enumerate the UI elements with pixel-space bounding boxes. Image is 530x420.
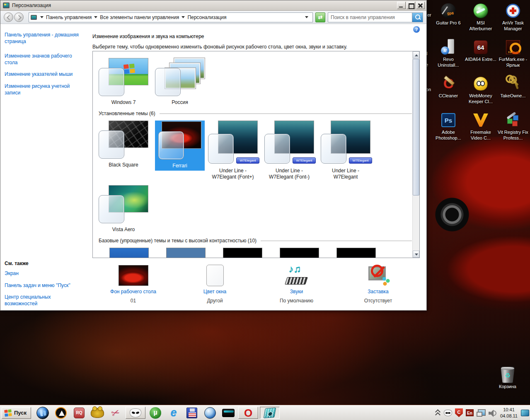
quicklaunch-aimp[interactable] bbox=[53, 407, 69, 419]
desktop-icon-photoshop[interactable]: Ps Adobe Photoshop... bbox=[432, 110, 465, 147]
scroll-up-icon[interactable] bbox=[413, 51, 419, 58]
sidebar-link-ease-of-access[interactable]: Центр специальных возможностей bbox=[5, 294, 81, 307]
volume-tray-icon[interactable] bbox=[489, 409, 497, 417]
theme-black-square[interactable]: Black Square bbox=[99, 121, 148, 168]
theme-high-contrast[interactable] bbox=[280, 248, 319, 258]
screensaver-setting[interactable]: Заставка Отсутствует bbox=[337, 264, 419, 304]
minimize-button[interactable] bbox=[397, 2, 406, 9]
setting-label[interactable]: Звуки bbox=[256, 289, 337, 294]
setting-value: По умолчанию bbox=[256, 298, 337, 304]
quicklaunch-iron-browser[interactable] bbox=[202, 407, 218, 419]
theme-underline-font-minus[interactable]: W7Elegant Under Line - W7Elegant (Font-) bbox=[264, 121, 314, 180]
start-button[interactable]: Пуск bbox=[2, 407, 31, 419]
desktop-icon-takeownership[interactable]: TakeOwne... bbox=[497, 74, 529, 110]
quicklaunch-scissors[interactable]: ✂ bbox=[108, 407, 123, 419]
setting-value: Другой bbox=[174, 298, 256, 304]
sounds-setting[interactable]: ♪♫ Звуки По умолчанию bbox=[256, 264, 337, 304]
theme-underline[interactable]: W7Elegant Under Line - W7Elegant bbox=[321, 121, 370, 180]
sidebar-link-account-picture[interactable]: Изменение рисунка учетной записи bbox=[5, 83, 81, 96]
clock-time: 10:41 bbox=[500, 407, 518, 413]
aero-glass-overlay bbox=[158, 131, 184, 159]
breadcrumb-segment[interactable]: Панель управления bbox=[46, 14, 92, 20]
forward-button[interactable] bbox=[14, 12, 24, 22]
sidebar-link-taskbar-start-menu[interactable]: Панель задач и меню ''Пуск'' bbox=[5, 282, 81, 289]
desktop-icon-ccleaner[interactable]: C CCleaner bbox=[432, 74, 465, 110]
theme-high-contrast[interactable] bbox=[336, 248, 376, 258]
search-icon[interactable] bbox=[412, 13, 423, 22]
scrollbar-thumb[interactable] bbox=[413, 59, 419, 196]
taskbar-button-personalization-active[interactable] bbox=[260, 407, 280, 419]
theme-list: Windows 7 Россия Установленные темы (6) bbox=[92, 51, 420, 258]
sidebar-link-mouse-pointers[interactable]: Изменение указателей мыши bbox=[5, 71, 81, 78]
desktop-icon-guitar-pro[interactable]: gp6 Guitar Pro 6 bbox=[432, 1, 465, 37]
w7elegant-badge: W7Elegant bbox=[293, 157, 316, 164]
sidebar-link-display[interactable]: Экран bbox=[5, 270, 81, 277]
aero-glass-overlay bbox=[321, 134, 346, 164]
address-dropdown-icon[interactable] bbox=[305, 16, 308, 18]
scroll-down-icon[interactable] bbox=[413, 251, 419, 258]
desktop-icon-aida64[interactable]: 64 AIDA64 Extre... bbox=[465, 37, 497, 74]
theme-windows-7[interactable]: Windows 7 bbox=[99, 58, 148, 106]
chevron-down-icon[interactable] bbox=[40, 16, 44, 18]
theme-vista-aero[interactable]: Vista Aero bbox=[99, 185, 148, 233]
desktop-icon-furmark[interactable]: FurMark FurMark.exe - Ярлык bbox=[497, 37, 529, 74]
quicklaunch-media-device[interactable] bbox=[220, 407, 236, 419]
media-device-icon bbox=[222, 409, 235, 417]
quicklaunch-internet-explorer[interactable]: e bbox=[166, 407, 182, 419]
theme-high-contrast[interactable] bbox=[223, 248, 262, 258]
back-button[interactable] bbox=[4, 12, 13, 22]
theme-windows-classic[interactable] bbox=[166, 248, 206, 258]
desktop-icon-vit-registry[interactable]: Vit Registry Fix Profess... bbox=[497, 110, 529, 147]
chevron-down-icon[interactable] bbox=[182, 16, 185, 18]
window-titlebar[interactable]: Персонализация bbox=[0, 0, 426, 11]
theme-underline-font-plus[interactable]: W7Elegant Under Line - W7Elegant (Font+) bbox=[208, 121, 258, 180]
breadcrumb-segment[interactable]: Все элементы панели управления bbox=[100, 14, 179, 20]
search-input[interactable] bbox=[328, 14, 412, 20]
desktop-background-setting[interactable]: Фон рабочего стола 01 bbox=[92, 264, 174, 304]
desktop-icon-label: Freemake Video C... bbox=[465, 130, 496, 141]
desktop-icon-anvir[interactable]: AnVir Task Manager bbox=[497, 1, 529, 37]
network-tray-icon[interactable] bbox=[477, 409, 486, 417]
desktop-icon-freemake[interactable]: Freemake Video C... bbox=[465, 110, 497, 147]
address-bar[interactable]: Панель управления Все элементы панели уп… bbox=[29, 12, 313, 22]
breadcrumb-segment[interactable]: Персонализация bbox=[187, 14, 226, 20]
language-indicator[interactable]: En bbox=[466, 409, 474, 416]
setting-label[interactable]: Заставка bbox=[337, 289, 419, 294]
scrollbar[interactable] bbox=[412, 51, 419, 258]
takeownership-keys-icon bbox=[505, 75, 521, 92]
sidebar-link-control-panel-home[interactable]: Панель управления - домашняя страница bbox=[5, 32, 81, 45]
quicklaunch-windows-orb[interactable] bbox=[35, 407, 51, 419]
desktop-icon-webmoney[interactable]: WebMoney Keeper Cl... bbox=[465, 74, 497, 110]
theme-label: Vista Aero bbox=[99, 227, 148, 233]
display-tray-icon[interactable] bbox=[521, 410, 529, 416]
desktop-icon-msi-afterburner[interactable]: MSI Afterburner bbox=[465, 1, 497, 37]
theme-ferrari-selected[interactable]: Ferrari bbox=[155, 121, 205, 171]
close-button[interactable] bbox=[416, 2, 425, 9]
quicklaunch-save[interactable] bbox=[184, 407, 200, 419]
theme-russia[interactable]: Россия bbox=[155, 58, 205, 106]
comodo-shield-icon[interactable]: C bbox=[455, 408, 463, 417]
setting-label[interactable]: Цвет окна bbox=[174, 289, 256, 294]
navigation-toolbar: Панель управления Все элементы панели уп… bbox=[0, 11, 426, 24]
theme-windows7-basic[interactable] bbox=[109, 248, 149, 258]
quicklaunch-frog[interactable] bbox=[90, 407, 105, 419]
maximize-button[interactable] bbox=[407, 2, 415, 9]
desktop-icon-label: Vit Registry Fix Profess... bbox=[497, 130, 529, 141]
foobar2000-tray-icon[interactable] bbox=[444, 410, 452, 416]
chevron-down-icon[interactable] bbox=[94, 16, 97, 18]
window-color-setting[interactable]: Цвет окна Другой bbox=[174, 264, 256, 304]
windows-flag-icon bbox=[4, 409, 12, 417]
setting-label[interactable]: Фон рабочего стола bbox=[92, 289, 174, 294]
help-icon[interactable]: ? bbox=[413, 26, 420, 33]
quicklaunch-rq[interactable]: RQ bbox=[71, 407, 87, 419]
taskbar-button-foobar2000[interactable] bbox=[126, 407, 145, 419]
recycle-bin[interactable]: ♻ Корзина bbox=[493, 367, 523, 389]
opera-icon: O bbox=[244, 408, 252, 418]
desktop-icon-revo[interactable]: R Revo Uninstall... bbox=[432, 37, 465, 74]
show-hidden-icons-chevron[interactable] bbox=[435, 409, 440, 417]
refresh-button[interactable]: ⇄ bbox=[315, 12, 325, 22]
quicklaunch-utorrent[interactable]: µ bbox=[148, 407, 163, 419]
sidebar-link-desktop-icons[interactable]: Изменение значков рабочего стола bbox=[5, 53, 81, 66]
taskbar-button-opera[interactable]: O bbox=[238, 407, 258, 419]
taskbar-clock[interactable]: 10:41 04.08.11 bbox=[500, 407, 518, 419]
